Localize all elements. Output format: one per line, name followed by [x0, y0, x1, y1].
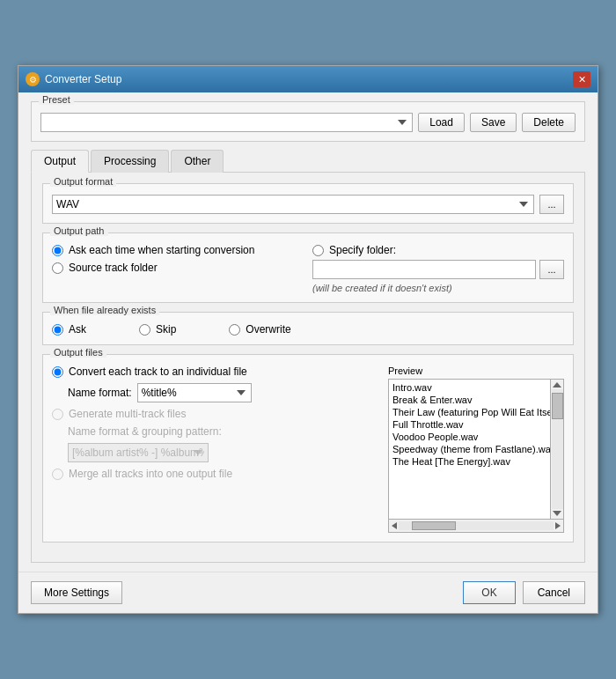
multi-name-format-label: Name format & grouping pattern: [68, 425, 222, 438]
folder-hint: (will be created if it doesn't exist) [312, 283, 564, 293]
convert-each-radio[interactable] [52, 366, 63, 378]
list-item: Full Throttle.wav [392, 418, 546, 431]
name-format-row: Name format: %title% [68, 383, 378, 402]
name-format-select[interactable]: %title% [137, 383, 252, 402]
output-format-section: Output format WAV ... [42, 183, 574, 224]
path-left: Ask each time when starting conversion S… [52, 244, 304, 293]
tab-processing[interactable]: Processing [91, 150, 169, 173]
tab-other[interactable]: Other [171, 150, 224, 173]
title-bar-left: ⚙ Converter Setup [26, 72, 121, 86]
ask-option[interactable]: Ask [52, 323, 86, 336]
multi-track-select[interactable]: [%album artist% -] %album% [68, 443, 209, 462]
window-title: Converter Setup [45, 73, 121, 85]
multi-input-row: [%album artist% -] %album% [68, 443, 378, 462]
ask-each-option[interactable]: Ask each time when starting conversion [52, 244, 304, 256]
hscroll-thumb[interactable] [412, 521, 456, 530]
scroll-up-arrow[interactable] [553, 382, 561, 387]
file-exists-label: When file already exists [50, 305, 159, 315]
output-path-label: Output path [50, 225, 108, 236]
specify-folder-radio[interactable] [312, 245, 324, 256]
specify-folder-input[interactable] [312, 260, 536, 279]
preset-dropdown[interactable] [40, 113, 413, 132]
output-path-section: Output path Ask each time when starting … [42, 232, 574, 303]
scroll-right-arrow[interactable] [555, 522, 561, 529]
format-browse-button[interactable]: ... [539, 195, 564, 214]
preview-container: Intro.wav Break & Enter.wav Their Law (f… [388, 379, 564, 520]
ok-button[interactable]: OK [463, 581, 515, 604]
ask-each-label: Ask each time when starting conversion [69, 244, 254, 256]
tabs-area: Output Processing Other Output format WA… [31, 149, 585, 563]
format-select[interactable]: WAV [52, 195, 534, 214]
list-item: Voodoo People.wav [392, 431, 546, 443]
path-right: Specify folder: ... (will be created if … [312, 244, 564, 293]
window-body: Preset Load Save Delete Output Processin… [18, 92, 598, 572]
format-row: WAV ... [52, 195, 564, 214]
save-button[interactable]: Save [470, 113, 517, 132]
list-item: Break & Enter.wav [392, 394, 546, 406]
ask-each-radio[interactable] [52, 245, 63, 256]
specify-folder-label: Specify folder: [329, 244, 396, 256]
file-exists-options: Ask Skip Overwrite [52, 323, 564, 336]
output-files-label: Output files [50, 347, 106, 358]
hscroll-track [399, 521, 554, 530]
tab-output[interactable]: Output [31, 150, 89, 173]
skip-option[interactable]: Skip [139, 323, 176, 336]
footer-right: OK Cancel [463, 581, 585, 604]
ask-label: Ask [69, 323, 86, 336]
output-files-inner: Convert each track to an individual file… [52, 365, 564, 533]
scroll-down-arrow[interactable] [553, 511, 561, 516]
app-icon: ⚙ [26, 72, 40, 86]
merge-all-radio[interactable] [52, 469, 63, 480]
generate-multi-radio[interactable] [52, 409, 63, 420]
specify-folder-input-row: ... [312, 260, 564, 279]
preset-label: Preset [39, 94, 74, 105]
generate-multi-option[interactable]: Generate multi-track files [52, 408, 378, 420]
ask-radio[interactable] [52, 324, 63, 336]
cancel-button[interactable]: Cancel [523, 581, 585, 604]
overwrite-option[interactable]: Overwrite [229, 323, 290, 336]
output-files-section: Output files Convert each track to an in… [42, 354, 574, 542]
convert-each-label: Convert each track to an individual file [69, 365, 247, 378]
converter-setup-window: ⚙ Converter Setup ✕ Preset Load Save Del… [18, 65, 598, 614]
source-folder-label: Source track folder [69, 262, 158, 274]
tab-bar: Output Processing Other [31, 149, 585, 173]
file-exists-section: When file already exists Ask Skip Ove [42, 312, 574, 345]
merge-all-option[interactable]: Merge all tracks into one output file [52, 468, 378, 480]
more-settings-button[interactable]: More Settings [31, 581, 122, 604]
list-item: Their Law (featuring Pop Will Eat Itself… [392, 406, 546, 418]
folder-browse-button[interactable]: ... [539, 260, 564, 279]
source-folder-radio[interactable] [52, 262, 63, 274]
preview-label: Preview [388, 365, 564, 376]
preset-controls: Load Save Delete [40, 113, 576, 132]
output-format-label: Output format [50, 176, 116, 187]
list-item: Intro.wav [392, 381, 546, 394]
generate-multi-label: Generate multi-track files [69, 408, 186, 420]
list-item: Speedway (theme from Fastlane).wav [392, 443, 546, 455]
tab-output-content: Output format WAV ... Output path [31, 173, 585, 563]
delete-button[interactable]: Delete [522, 113, 576, 132]
overwrite-radio[interactable] [229, 324, 240, 336]
preview-box: Preview Intro.wav Break & Enter.wav Thei… [388, 365, 564, 533]
name-format-label: Name format: [68, 387, 132, 399]
specify-folder-option[interactable]: Specify folder: [312, 244, 564, 256]
list-item: The Heat [The Energy].wav [392, 455, 546, 468]
footer: More Settings OK Cancel [18, 572, 598, 613]
scroll-left-arrow[interactable] [392, 522, 397, 529]
title-bar: ⚙ Converter Setup ✕ [18, 66, 598, 92]
horizontal-scrollbar[interactable] [388, 520, 564, 533]
multi-name-format-row: Name format & grouping pattern: [68, 425, 378, 438]
convert-each-option[interactable]: Convert each track to an individual file [52, 365, 378, 378]
overwrite-label: Overwrite [246, 323, 290, 336]
close-button[interactable]: ✕ [573, 71, 590, 87]
scroll-thumb[interactable] [552, 393, 563, 419]
output-left: Convert each track to an individual file… [52, 365, 378, 533]
merge-all-label: Merge all tracks into one output file [69, 468, 232, 480]
preset-section: Preset Load Save Delete [31, 101, 585, 142]
vertical-scrollbar[interactable] [551, 379, 564, 520]
load-button[interactable]: Load [418, 113, 465, 132]
source-folder-option[interactable]: Source track folder [52, 262, 304, 274]
skip-radio[interactable] [139, 324, 150, 336]
skip-label: Skip [156, 323, 176, 336]
scroll-track [552, 389, 563, 509]
preview-list[interactable]: Intro.wav Break & Enter.wav Their Law (f… [388, 379, 551, 520]
